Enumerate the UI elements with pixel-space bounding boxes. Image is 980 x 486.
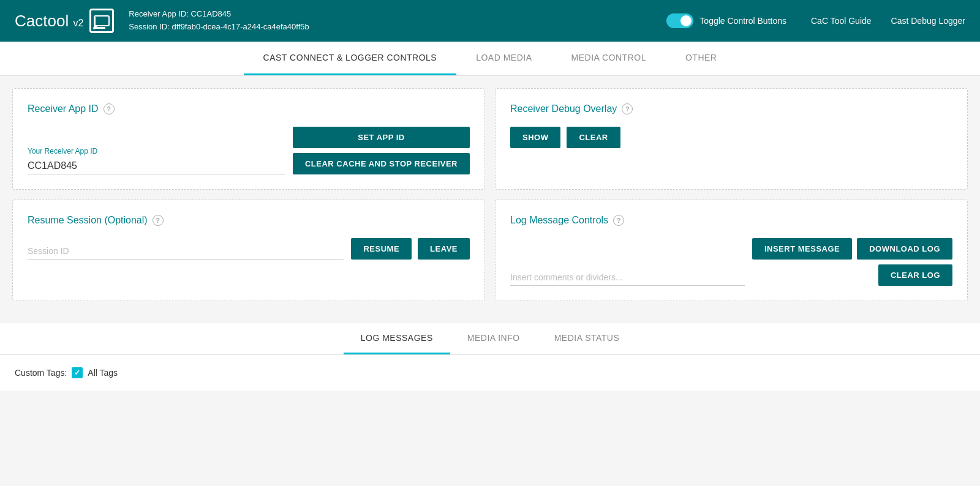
svg-rect-0: [94, 16, 109, 26]
cac-tool-guide-link[interactable]: CaC Tool Guide: [811, 16, 872, 26]
tab-log-messages[interactable]: LOG MESSAGES: [344, 323, 450, 354]
header-links: CaC Tool Guide Cast Debug Logger: [811, 16, 965, 26]
receiver-debug-body: SHOW CLEAR: [510, 127, 952, 148]
all-tags-checkbox[interactable]: [72, 367, 83, 378]
toggle-switch[interactable]: [666, 13, 693, 28]
resume-session-title: Resume Session (Optional) ?: [28, 215, 470, 226]
log-controls-buttons: INSERT MESSAGE DOWNLOAD LOG CLEAR LOG: [752, 238, 952, 286]
log-btn-row-top: INSERT MESSAGE DOWNLOAD LOG: [752, 238, 952, 260]
clear-debug-button[interactable]: CLEAR: [567, 127, 620, 148]
download-log-button[interactable]: DOWNLOAD LOG: [857, 238, 952, 260]
receiver-debug-overlay-card: Receiver Debug Overlay ? SHOW CLEAR: [495, 88, 968, 190]
tab-media-control[interactable]: MEDIA CONTROL: [552, 42, 666, 75]
log-controls-body: INSERT MESSAGE DOWNLOAD LOG CLEAR LOG: [510, 238, 952, 286]
receiver-app-id-body: Your Receiver App ID SET APP ID CLEAR CA…: [28, 127, 470, 174]
receiver-app-id-help-icon[interactable]: ?: [104, 103, 115, 114]
log-btn-row-bottom: CLEAR LOG: [878, 264, 952, 286]
receiver-debug-overlay-title: Receiver Debug Overlay ?: [510, 103, 952, 114]
log-controls-help-icon[interactable]: ?: [613, 215, 624, 226]
custom-tags-row: Custom Tags: All Tags: [15, 367, 965, 378]
custom-tags-label: Custom Tags:: [15, 368, 67, 378]
log-message-controls-card: Log Message Controls ? INSERT MESSAGE DO…: [495, 200, 968, 301]
receiver-app-id-card: Receiver App ID ? Your Receiver App ID S…: [12, 88, 485, 190]
main-content: Receiver App ID ? Your Receiver App ID S…: [0, 76, 980, 313]
header: Cactool v2 Receiver App ID: CC1AD845 Ses…: [0, 0, 980, 42]
resume-session-body: RESUME LEAVE: [28, 238, 470, 260]
receiver-app-id-input-label: Your Receiver App ID: [28, 147, 285, 155]
clear-cache-stop-receiver-button[interactable]: CLEAR CACHE AND STOP RECEIVER: [293, 153, 470, 174]
toggle-control[interactable]: Toggle Control Buttons: [666, 13, 786, 28]
resume-session-card: Resume Session (Optional) ? RESUME LEAVE: [12, 200, 485, 301]
receiver-app-id-title: Receiver App ID ?: [28, 103, 470, 114]
session-id-input[interactable]: [28, 243, 344, 260]
log-controls-title: Log Message Controls ?: [510, 215, 952, 226]
cast-icon: [89, 9, 114, 33]
main-tabs: CAST CONNECT & LOGGER CONTROLS LOAD MEDI…: [0, 42, 980, 75]
resume-session-buttons: RESUME LEAVE: [351, 238, 470, 260]
bottom-tabs: LOG MESSAGES MEDIA INFO MEDIA STATUS: [0, 323, 980, 355]
tab-media-info[interactable]: MEDIA INFO: [450, 323, 537, 354]
set-app-id-button[interactable]: SET APP ID: [293, 127, 470, 148]
logo: Cactool v2: [15, 9, 114, 33]
insert-message-button[interactable]: INSERT MESSAGE: [752, 238, 852, 260]
tab-other[interactable]: OTHER: [666, 42, 737, 75]
bottom-content: Custom Tags: All Tags: [0, 355, 980, 391]
cards-grid: Receiver App ID ? Your Receiver App ID S…: [12, 88, 968, 301]
receiver-app-id-input[interactable]: [28, 158, 285, 174]
log-message-input-group: [510, 269, 745, 286]
show-debug-button[interactable]: SHOW: [510, 127, 560, 148]
svg-point-1: [93, 27, 96, 29]
receiver-app-id-input-group: Your Receiver App ID: [28, 147, 285, 174]
clear-log-button[interactable]: CLEAR LOG: [878, 264, 952, 286]
header-info: Receiver App ID: CC1AD845 Session ID: df…: [129, 8, 666, 34]
resume-session-help-icon[interactable]: ?: [153, 215, 164, 226]
toggle-label: Toggle Control Buttons: [699, 16, 786, 26]
tab-cast-connect[interactable]: CAST CONNECT & LOGGER CONTROLS: [244, 42, 457, 75]
cast-debug-logger-link[interactable]: Cast Debug Logger: [891, 16, 965, 26]
log-message-input[interactable]: [510, 269, 745, 286]
app-name: Cactool v2: [15, 12, 83, 31]
main-tabs-container: CAST CONNECT & LOGGER CONTROLS LOAD MEDI…: [0, 42, 980, 76]
tab-media-status[interactable]: MEDIA STATUS: [537, 323, 637, 354]
tab-load-media[interactable]: LOAD MEDIA: [456, 42, 551, 75]
resume-button[interactable]: RESUME: [351, 238, 412, 260]
receiver-app-id-info: Receiver App ID: CC1AD845: [129, 8, 666, 21]
all-tags-label: All Tags: [88, 368, 118, 378]
session-id-input-group: [28, 243, 344, 260]
bottom-section: LOG MESSAGES MEDIA INFO MEDIA STATUS Cus…: [0, 323, 980, 391]
session-id-info: Session ID: dff9fab0-dcea-4c17-a244-ca4e…: [129, 21, 666, 34]
receiver-debug-help-icon[interactable]: ?: [622, 103, 633, 114]
receiver-app-id-buttons: SET APP ID CLEAR CACHE AND STOP RECEIVER: [293, 127, 470, 174]
leave-button[interactable]: LEAVE: [418, 238, 470, 260]
